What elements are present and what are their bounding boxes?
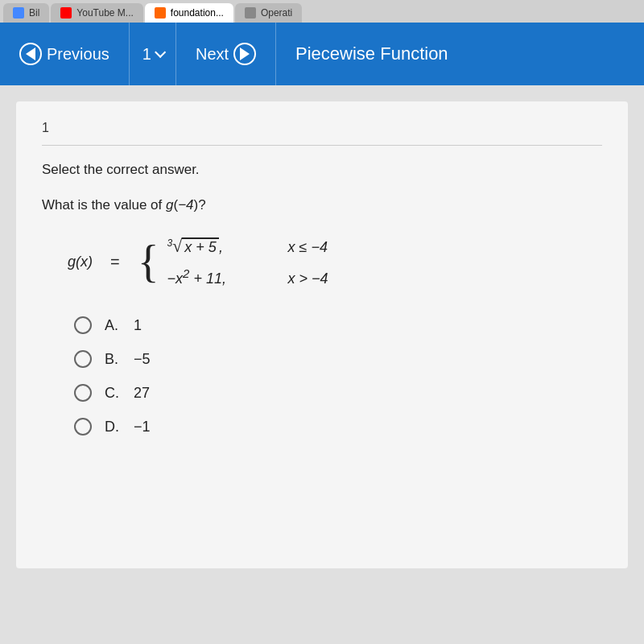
answer-options: A. 1 B. −5 C. 27 D. −1 [74,316,602,436]
previous-label: Previous [47,45,109,64]
piecewise-cases: 3√x + 5, x ≤ −4 −x2 + 11, x > −4 [167,236,328,287]
function-call-inline: g [166,197,173,213]
page-title: Piecewise Function [276,43,644,64]
tab-operations-favicon [245,7,256,19]
option-a[interactable]: A. 1 [74,316,602,334]
radio-d[interactable] [74,418,92,436]
tab-bill-favicon [13,7,24,19]
tab-operations[interactable]: Operati [235,3,302,23]
question-card: 1 Select the correct answer. What is the… [16,101,628,568]
function-definition: g(x) = { 3√x + 5, x ≤ −4 −x2 + 11, x > [68,236,602,287]
prev-arrow-icon [26,47,35,60]
case1-condition: x ≤ −4 [288,239,328,256]
option-c-value: 27 [134,385,150,402]
option-d-value: −1 [134,419,151,436]
radio-a[interactable] [74,316,92,334]
question-number: 1 [42,121,602,146]
chevron-down-icon [155,47,166,58]
tab-youtube-favicon [60,7,72,19]
tab-bill-label: Bil [29,7,39,19]
case1-expression: 3√x + 5, [167,236,272,257]
case2-condition: x > −4 [288,270,328,287]
option-c[interactable]: C. 27 [74,384,602,402]
left-brace-icon: { [138,239,159,284]
tab-youtube-label: YouTube M... [76,7,134,19]
input-value: −4 [178,197,193,213]
next-button[interactable]: Next [176,23,276,85]
navigation-bar: Previous 1 Next Piecewise Function [0,23,644,85]
radio-c[interactable] [74,384,92,402]
next-arrow-icon [240,47,250,60]
option-b-value: −5 [134,351,151,368]
browser-tabs-bar: Bil YouTube M... foundation... Operati [0,0,644,23]
case-row-2: −x2 + 11, x > −4 [167,266,328,287]
page-number: 1 [142,45,151,64]
tab-operations-label: Operati [261,7,292,19]
next-label: Next [196,45,229,64]
case2-expression: −x2 + 11, [167,266,272,287]
option-b-label: B. [105,351,121,368]
previous-button[interactable]: Previous [0,23,130,85]
function-label: g(x) [68,254,93,270]
equals-sign: = [110,253,120,271]
brace-container: { 3√x + 5, x ≤ −4 −x2 + 11, x > −4 [138,236,328,287]
option-c-label: C. [105,385,121,402]
radio-b[interactable] [74,350,92,368]
tab-bill[interactable]: Bil [3,3,49,23]
tab-foundation-label: foundation... [171,7,224,19]
tab-foundation[interactable]: foundation... [145,3,233,23]
question-text: What is the value of g(−4)? [42,197,602,213]
option-d[interactable]: D. −1 [74,418,602,436]
option-b[interactable]: B. −5 [74,350,602,368]
case-row-1: 3√x + 5, x ≤ −4 [167,236,328,257]
prev-circle-icon [19,43,42,65]
tab-youtube[interactable]: YouTube M... [51,3,143,23]
next-circle-icon [233,43,256,65]
option-d-label: D. [105,419,121,436]
content-area: 1 Select the correct answer. What is the… [0,85,644,644]
option-a-value: 1 [134,317,142,334]
tab-foundation-favicon [155,7,166,19]
page-number-selector[interactable]: 1 [130,23,176,85]
instruction-text: Select the correct answer. [42,162,602,178]
option-a-label: A. [105,317,121,334]
